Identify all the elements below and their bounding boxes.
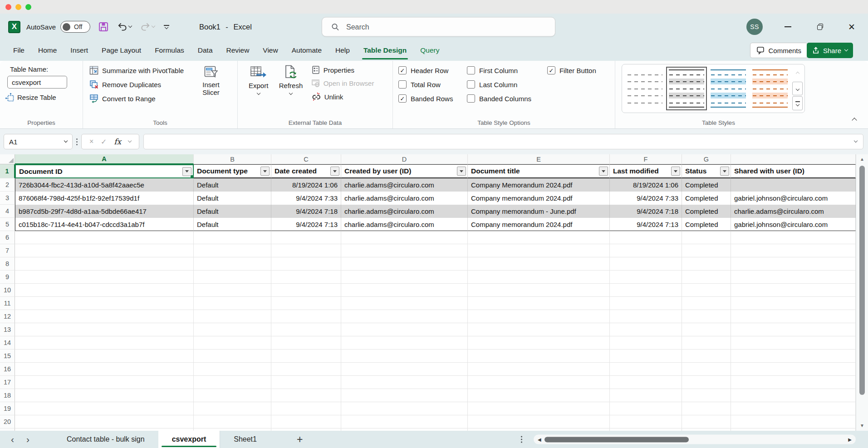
- cell-D16[interactable]: [341, 363, 468, 376]
- header-cell-date-created[interactable]: Date created: [271, 164, 341, 178]
- cell-F18[interactable]: [610, 389, 682, 402]
- cell-D13[interactable]: [341, 323, 468, 336]
- gallery-scroll-down-button[interactable]: [792, 82, 803, 96]
- select-all-button[interactable]: [0, 154, 15, 164]
- cell-h8[interactable]: [731, 257, 856, 271]
- collapse-ribbon-button[interactable]: [853, 116, 856, 124]
- ribbon-tab-home[interactable]: Home: [31, 40, 64, 61]
- gallery-scroll-up-button[interactable]: [792, 67, 803, 81]
- cell-B5[interactable]: Default: [194, 218, 271, 231]
- row-header-13[interactable]: 13: [0, 323, 15, 336]
- cell-D2[interactable]: charlie.adams@circularo.com: [341, 178, 468, 192]
- row-header-15[interactable]: 15: [0, 350, 15, 363]
- cell-E17[interactable]: [468, 376, 610, 389]
- cell-E10[interactable]: [468, 284, 610, 297]
- cell-E13[interactable]: [468, 323, 610, 336]
- cell-C11[interactable]: [271, 297, 341, 310]
- cell-E14[interactable]: [468, 336, 610, 350]
- cell-G3[interactable]: Completed: [682, 192, 731, 205]
- cell-C4[interactable]: 9/4/2024 7:18: [271, 205, 341, 218]
- close-button[interactable]: ✕: [845, 20, 858, 34]
- cell-G12[interactable]: [682, 310, 731, 323]
- cell-h19[interactable]: [731, 402, 856, 415]
- cell-C12[interactable]: [271, 310, 341, 323]
- cell-h18[interactable]: [731, 389, 856, 402]
- name-box[interactable]: A1: [4, 134, 73, 149]
- cell-G20[interactable]: [682, 415, 731, 428]
- cell-A10[interactable]: [15, 284, 194, 297]
- ribbon-tab-formulas[interactable]: Formulas: [148, 40, 191, 61]
- cell-B15[interactable]: [194, 350, 271, 363]
- insert-function-button[interactable]: fx: [114, 137, 121, 146]
- cell-h12[interactable]: [731, 310, 856, 323]
- cell-B12[interactable]: [194, 310, 271, 323]
- row-header-8[interactable]: 8: [0, 257, 15, 271]
- cell-B20[interactable]: [194, 415, 271, 428]
- header-cell-last-modified[interactable]: Last modified: [610, 164, 682, 178]
- enter-button[interactable]: ✓: [101, 138, 107, 146]
- cell-C14[interactable]: [271, 336, 341, 350]
- cell-h10[interactable]: [731, 284, 856, 297]
- cell-h3[interactable]: gabriel.johnson@circularo.com: [731, 192, 856, 205]
- cell-D7[interactable]: [341, 244, 468, 257]
- header-cell-status[interactable]: Status: [682, 164, 731, 178]
- cell-F5[interactable]: 9/4/2024 7:13: [610, 218, 682, 231]
- summarize-with-pivottable-button[interactable]: Summarize with PivotTable: [89, 66, 195, 75]
- cell-C10[interactable]: [271, 284, 341, 297]
- cell-h6[interactable]: [731, 231, 856, 244]
- cell-D5[interactable]: charlie.adams@circularo.com: [341, 218, 468, 231]
- cell-G7[interactable]: [682, 244, 731, 257]
- header-cell-shared-with-user-id[interactable]: Shared with user (ID): [731, 164, 856, 178]
- cell-h16[interactable]: [731, 363, 856, 376]
- cell-E15[interactable]: [468, 350, 610, 363]
- ribbon-tab-insert[interactable]: Insert: [64, 40, 95, 61]
- row-header-16[interactable]: 16: [0, 363, 15, 376]
- sheet-tab-contact-table-bulk-sign[interactable]: Contact table - bulk sign: [53, 431, 158, 448]
- restore-button[interactable]: [814, 20, 827, 34]
- column-header-b[interactable]: B: [194, 154, 271, 164]
- cell-C5[interactable]: 9/4/2024 7:13: [271, 218, 341, 231]
- cell-G10[interactable]: [682, 284, 731, 297]
- export-button[interactable]: Export: [242, 65, 275, 101]
- cell-F4[interactable]: 9/4/2024 7:18: [610, 205, 682, 218]
- refresh-button[interactable]: Refresh: [275, 65, 307, 101]
- cell-E11[interactable]: [468, 297, 610, 310]
- row-header-11[interactable]: 11: [0, 297, 15, 310]
- cell-F12[interactable]: [610, 310, 682, 323]
- cell-C15[interactable]: [271, 350, 341, 363]
- horizontal-scrollbar[interactable]: ◀ ▶: [534, 435, 856, 444]
- row-header-14[interactable]: 14: [0, 336, 15, 350]
- table-properties-button[interactable]: Properties: [312, 66, 392, 74]
- checkbox-banded-rows[interactable]: ✓Banded Rows: [398, 94, 467, 103]
- filter-button-document-title[interactable]: [599, 167, 608, 176]
- ribbon-tab-page-layout[interactable]: Page Layout: [95, 40, 148, 61]
- checkbox-total-row[interactable]: Total Row: [398, 80, 467, 89]
- cell-F9[interactable]: [610, 271, 682, 284]
- cell-G9[interactable]: [682, 271, 731, 284]
- cell-C3[interactable]: 9/4/2024 7:33: [271, 192, 341, 205]
- cell-F3[interactable]: 9/4/2024 7:33: [610, 192, 682, 205]
- cell-C8[interactable]: [271, 257, 341, 271]
- undo-button[interactable]: [118, 23, 132, 31]
- cell-G5[interactable]: Completed: [682, 218, 731, 231]
- cell-h7[interactable]: [731, 244, 856, 257]
- horizontal-scrollbar-thumb[interactable]: [544, 437, 689, 442]
- cell-B17[interactable]: [194, 376, 271, 389]
- cell-F7[interactable]: [610, 244, 682, 257]
- row-header-18[interactable]: 18: [0, 389, 15, 402]
- cell-A7[interactable]: [15, 244, 194, 257]
- ribbon-tab-query[interactable]: Query: [413, 40, 446, 61]
- cell-D8[interactable]: [341, 257, 468, 271]
- cell-A3[interactable]: 876068f4-798d-425f-b1f2-92ef17539d1f: [15, 192, 194, 205]
- cell-G8[interactable]: [682, 257, 731, 271]
- column-header-col8[interactable]: [731, 154, 856, 164]
- cell-F15[interactable]: [610, 350, 682, 363]
- checkbox-header-row[interactable]: ✓Header Row: [398, 66, 467, 74]
- cell-h5[interactable]: gabriel.johnson@circularo.com: [731, 218, 856, 231]
- cell-h9[interactable]: [731, 271, 856, 284]
- row-header-4[interactable]: 4: [0, 205, 15, 218]
- cell-C2[interactable]: 8/19/2024 1:06: [271, 178, 341, 192]
- ribbon-tab-help[interactable]: Help: [329, 40, 357, 61]
- cell-G18[interactable]: [682, 389, 731, 402]
- cell-E16[interactable]: [468, 363, 610, 376]
